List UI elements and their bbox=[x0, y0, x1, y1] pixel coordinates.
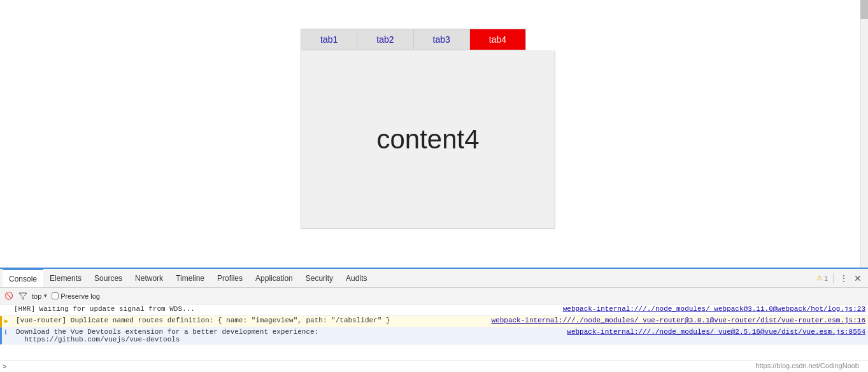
msg-text-1: [vue-router] Duplicate named routes defi… bbox=[16, 317, 485, 324]
preserve-log-label[interactable]: Preserve log bbox=[52, 292, 100, 300]
tab-separator bbox=[833, 273, 834, 283]
more-options-button[interactable]: ⋮ bbox=[839, 273, 849, 283]
preserve-log-text: Preserve log bbox=[60, 292, 100, 300]
devtools-tab-sources[interactable]: Sources bbox=[88, 269, 129, 287]
devtools-tab-elements[interactable]: Elements bbox=[43, 269, 88, 287]
tab-1[interactable]: tab1 bbox=[301, 29, 357, 50]
devtools-tab-audits[interactable]: Audits bbox=[339, 269, 373, 287]
console-input-row: > bbox=[0, 361, 868, 372]
context-dropdown[interactable]: top ▼ bbox=[32, 292, 48, 300]
warning-badge: ⚠ 1 bbox=[816, 274, 828, 282]
devtools-tab-network[interactable]: Network bbox=[129, 269, 169, 287]
main-content-area: tab1 tab2 tab3 tab4 content4 bbox=[0, 0, 868, 268]
tab-4[interactable]: tab4 bbox=[470, 29, 525, 50]
console-prompt: > bbox=[3, 363, 7, 371]
console-msg-2: ℹ Download the Vue Devtools extension fo… bbox=[0, 327, 868, 345]
warning-icon: ▶ bbox=[4, 317, 13, 325]
tab-content-text: content4 bbox=[376, 124, 479, 155]
devtools-tab-security[interactable]: Security bbox=[299, 269, 339, 287]
scrollbar-thumb[interactable] bbox=[860, 0, 868, 19]
tab-3[interactable]: tab3 bbox=[414, 29, 470, 50]
devtools-tab-timeline[interactable]: Timeline bbox=[169, 269, 211, 287]
warning-count: 1 bbox=[824, 275, 828, 282]
tab-demo: tab1 tab2 tab3 tab4 content4 bbox=[301, 29, 555, 229]
devtools-tab-profiles[interactable]: Profiles bbox=[211, 269, 249, 287]
console-msg-1: ▶ [vue-router] Duplicate named routes de… bbox=[0, 316, 868, 327]
demo-tab-bar: tab1 tab2 tab3 tab4 bbox=[301, 29, 526, 50]
tab-2[interactable]: tab2 bbox=[357, 29, 413, 50]
msg-text-0: [HMR] Waiting for update signal from WDS… bbox=[14, 305, 557, 313]
msg-source-2[interactable]: webpack-internal:///./node_modules/ vue@… bbox=[567, 328, 865, 336]
msg-source-1[interactable]: webpack-internal:///./node_modules/ vue-… bbox=[492, 317, 866, 324]
tab-content: content4 bbox=[301, 50, 555, 229]
console-toolbar: 🚫 top ▼ Preserve log bbox=[0, 288, 868, 304]
msg-source-0[interactable]: webpack-internal:///./node_modules/ webp… bbox=[563, 305, 865, 313]
chevron-down-icon: ▼ bbox=[43, 293, 48, 299]
close-devtools-button[interactable]: ✕ bbox=[853, 273, 863, 283]
info-circle-icon: ℹ bbox=[4, 329, 13, 336]
clear-console-button[interactable]: 🚫 bbox=[4, 291, 14, 301]
attribution: https://blog.csdn.net/CodingNoob bbox=[755, 362, 859, 369]
scrollbar-track[interactable] bbox=[860, 0, 868, 268]
console-messages: [HMR] Waiting for update signal from WDS… bbox=[0, 304, 868, 361]
devtools-icons-right: ⚠ 1 ⋮ ✕ bbox=[816, 273, 865, 283]
msg-text-2: Download the Vue Devtools extension for … bbox=[16, 328, 560, 343]
context-label: top bbox=[32, 292, 41, 300]
devtools-panel: Console Elements Sources Network Timelin… bbox=[0, 268, 868, 372]
console-msg-0: [HMR] Waiting for update signal from WDS… bbox=[0, 304, 868, 316]
devtools-tab-application[interactable]: Application bbox=[249, 269, 299, 287]
preserve-log-checkbox[interactable] bbox=[52, 292, 59, 299]
devtools-tab-bar: Console Elements Sources Network Timelin… bbox=[0, 269, 868, 288]
warning-triangle-icon: ⚠ bbox=[816, 274, 823, 282]
filter-button[interactable] bbox=[18, 291, 28, 301]
devtools-tab-console[interactable]: Console bbox=[3, 269, 43, 287]
